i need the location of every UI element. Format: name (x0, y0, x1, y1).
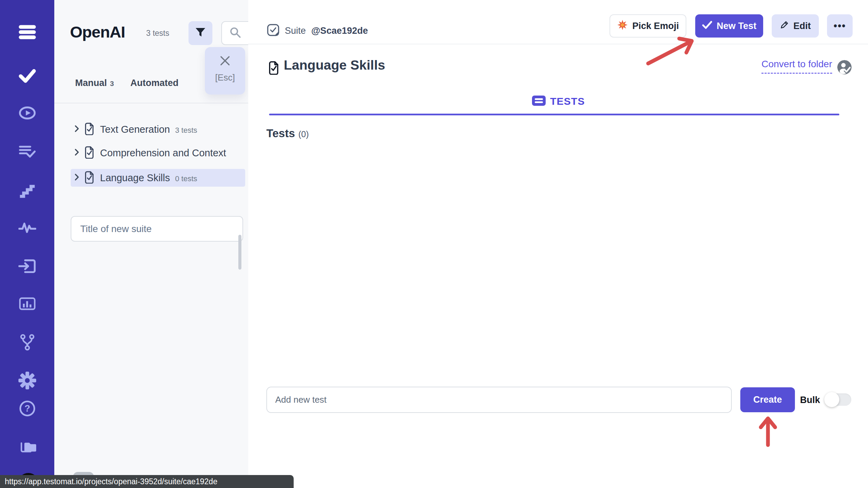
project-panel: OpenAI 3 tests Manual 3 Automated (54, 0, 248, 488)
tab-manual-count: 3 (110, 80, 114, 88)
tests-heading: Tests (0) (266, 127, 309, 140)
panel-tabs: Manual 3 Automated (75, 78, 182, 88)
chevron-right-icon[interactable] (74, 125, 80, 134)
suite-breadcrumb: Suite @Scae192de (267, 24, 368, 38)
tab-automated[interactable]: Automated (130, 78, 182, 88)
edit-button[interactable]: Edit (772, 14, 819, 38)
active-tab-underline (269, 114, 839, 115)
settings-gear-icon[interactable] (18, 371, 37, 390)
scrollbar-thumb[interactable] (238, 235, 241, 270)
suite-doc-icon (84, 146, 95, 160)
suite-count: 0 tests (175, 174, 197, 183)
tabs-divider (54, 103, 248, 103)
link-preview-bar: https://app.testomat.io/projects/openai-… (0, 475, 294, 488)
chevron-right-icon[interactable] (74, 173, 80, 183)
collision-emoji-icon (617, 19, 628, 33)
esc-hint: [Esc] (215, 72, 235, 83)
tests-tab-icon (532, 96, 546, 107)
header-divider (248, 44, 868, 44)
suite-row-language-skills[interactable]: Language Skills 0 tests (71, 169, 245, 187)
tests-tab-label: TESTS (550, 96, 585, 107)
check-icon (702, 21, 712, 31)
edit-label: Edit (794, 21, 811, 31)
pick-emoji-label: Pick Emoji (632, 21, 679, 31)
suite-row-comprehension[interactable]: Comprehension and Context (71, 144, 245, 162)
pick-emoji-button[interactable]: Pick Emoji (610, 14, 686, 38)
pencil-icon (780, 20, 789, 32)
add-new-test-input[interactable] (266, 387, 732, 413)
app-screen: ? OpenAI 3 tests Manual 3 Automated (0, 0, 868, 488)
chevron-right-icon[interactable] (74, 148, 80, 158)
link-preview-url: https://app.testomat.io/projects/openai-… (5, 477, 218, 486)
suite-main: Suite @Scae192de Pick Emoji New Test Edi… (248, 0, 868, 488)
user-check-avatar[interactable] (837, 60, 852, 74)
tab-manual[interactable]: Manual 3 (75, 78, 114, 88)
suite-row-text-generation[interactable]: Text Generation 3 tests (71, 120, 245, 138)
search-icon (229, 27, 241, 40)
suite-label: Language Skills (100, 172, 170, 184)
project-tests-count: 3 tests (146, 29, 169, 38)
convert-to-folder-link[interactable]: Convert to folder (761, 59, 832, 74)
sign-in-icon[interactable] (18, 257, 37, 276)
help-icon[interactable]: ? (18, 399, 37, 418)
pulse-icon[interactable] (18, 218, 37, 237)
filter-button[interactable] (188, 21, 212, 45)
more-icon: ••• (834, 20, 846, 32)
tab-tests[interactable]: TESTS (532, 96, 585, 107)
new-suite-title-input[interactable] (71, 216, 243, 242)
suite-word: Suite (285, 26, 306, 36)
suite-label: Text Generation (100, 124, 170, 135)
new-test-button[interactable]: New Test (695, 14, 763, 38)
suite-doc-icon (84, 171, 95, 185)
suite-check-icon (267, 24, 279, 38)
filter-icon (195, 27, 206, 39)
annotation-arrow-new-test (642, 35, 697, 70)
svg-text:?: ? (24, 403, 30, 414)
annotation-arrow-create (756, 414, 781, 448)
bulk-toggle-knob[interactable] (824, 392, 839, 407)
more-actions-button[interactable]: ••• (827, 14, 853, 38)
tests-heading-count: (0) (298, 129, 309, 139)
tab-automated-label: Automated (130, 78, 179, 88)
analytics-icon[interactable] (18, 294, 37, 313)
tab-manual-label: Manual (75, 78, 107, 88)
suite-id: @Scae192de (311, 26, 368, 36)
bulk-toggle[interactable] (825, 393, 851, 406)
close-icon[interactable] (220, 55, 230, 68)
search-box[interactable] (221, 21, 248, 45)
close-filter-popup[interactable]: [Esc] (205, 47, 245, 95)
suite-doc-icon (84, 123, 95, 137)
doc-check-icon (268, 61, 279, 76)
branches-icon[interactable] (18, 332, 37, 351)
page-title: Language Skills (284, 58, 385, 73)
steps-icon[interactable] (18, 181, 37, 200)
create-label: Create (753, 394, 782, 405)
tests-heading-label: Tests (266, 127, 295, 140)
app-sidebar: ? (0, 0, 54, 488)
menu-icon[interactable] (18, 22, 37, 41)
tests-icon[interactable] (18, 66, 37, 85)
create-button[interactable]: Create (740, 387, 795, 412)
suite-count: 3 tests (175, 126, 197, 135)
bulk-label: Bulk (800, 393, 820, 407)
suite-label: Comprehension and Context (100, 147, 226, 159)
project-title: OpenAI (70, 23, 125, 41)
projects-icon[interactable] (18, 436, 37, 456)
runs-icon[interactable] (18, 103, 37, 123)
new-test-label: New Test (717, 21, 757, 31)
run-checklist-icon[interactable] (18, 142, 37, 161)
